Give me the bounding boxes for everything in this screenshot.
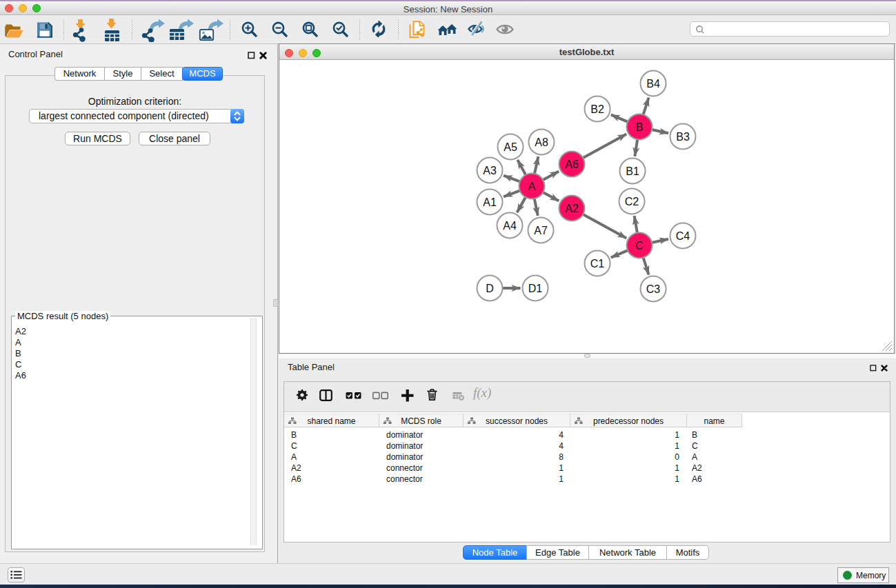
svg-text:B4: B4 (646, 78, 660, 90)
svg-text:C4: C4 (676, 230, 690, 242)
svg-text:C3: C3 (646, 283, 661, 295)
svg-text:A1: A1 (483, 196, 497, 208)
svg-text:C2: C2 (625, 196, 639, 207)
svg-text:A: A (528, 181, 536, 192)
svg-text:A3: A3 (483, 165, 497, 176)
svg-text:A8: A8 (535, 136, 548, 148)
svg-text:B1: B1 (626, 165, 639, 177)
svg-text:C1: C1 (590, 258, 605, 270)
svg-text:A2: A2 (565, 203, 579, 214)
svg-text:A7: A7 (534, 225, 548, 236)
svg-text:A6: A6 (565, 159, 579, 170)
svg-text:C: C (635, 240, 644, 252)
svg-text:B3: B3 (676, 131, 690, 143)
svg-text:B: B (636, 121, 644, 133)
svg-text:D1: D1 (528, 283, 543, 294)
svg-text:A5: A5 (504, 141, 517, 153)
svg-text:B2: B2 (590, 103, 604, 115)
svg-text:D: D (486, 283, 494, 294)
svg-text:A4: A4 (503, 220, 517, 232)
